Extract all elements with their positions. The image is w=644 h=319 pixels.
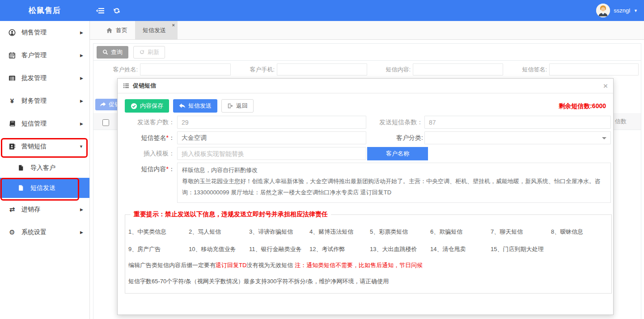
list-item: 13、大出血跳楼价 bbox=[370, 245, 430, 253]
tab-label: 短信发送 bbox=[143, 26, 166, 34]
refresh-icon bbox=[139, 49, 145, 55]
sidebar-item-marketing-sms[interactable]: 营销短信 ▼ bbox=[0, 135, 89, 158]
sms-signature-input[interactable] bbox=[549, 63, 639, 76]
sidebar-item-sms-send[interactable]: 短信发送 bbox=[0, 178, 89, 198]
customer-category-select[interactable] bbox=[424, 131, 611, 144]
sidebar-item-sales[interactable]: 销售管理 ▶ bbox=[0, 21, 89, 44]
sidebar-item-inventory[interactable]: ⇄ 进销存 ▶ bbox=[0, 198, 89, 221]
partial-column-header: 信数 bbox=[615, 118, 627, 126]
remaining-sms-count: 剩余短信数:6000 bbox=[559, 102, 606, 110]
notice-legend: 重要提示：禁止发送以下信息，违规发送立即封号并承担相应法律责任 bbox=[131, 210, 331, 218]
list-icon bbox=[123, 83, 129, 89]
send-customers-input[interactable] bbox=[177, 116, 366, 129]
content-label: 短信内容*： bbox=[118, 164, 175, 173]
query-button[interactable]: 查询 bbox=[97, 46, 128, 59]
sidebar-item-import-customers[interactable]: 导入客户 bbox=[0, 158, 89, 178]
refresh-button-label: 刷新 bbox=[148, 48, 159, 56]
sidebar-item-sms-manage[interactable]: 短信管理 ▶ bbox=[0, 112, 89, 135]
close-icon[interactable]: × bbox=[172, 22, 175, 28]
signature-input[interactable] bbox=[177, 131, 366, 144]
list-item: 4、赌博违法短信 bbox=[309, 228, 370, 236]
list-item: 7、聊天短信 bbox=[491, 228, 551, 236]
list-item: 6、欺骗短信 bbox=[430, 228, 491, 236]
sidebar-item-customers[interactable]: 客户管理 ▶ bbox=[0, 44, 89, 67]
user-menu[interactable]: sszngl ▼ bbox=[596, 4, 638, 17]
chevron-right-icon: ▶ bbox=[80, 30, 83, 35]
query-button-label: 查询 bbox=[111, 48, 123, 56]
close-icon[interactable]: × bbox=[603, 82, 608, 90]
chevron-down-icon: ▼ bbox=[79, 144, 83, 149]
refresh-button[interactable]: 刷新 bbox=[133, 46, 165, 59]
dialog-toolbar: 内容保存 短信发送 返回 bbox=[125, 99, 254, 113]
check-circle-icon bbox=[131, 103, 137, 109]
list-item: 3、诽谤诈骗短信 bbox=[249, 228, 309, 236]
select-all-checkbox[interactable] bbox=[102, 119, 109, 126]
book-icon bbox=[8, 120, 16, 127]
sidebar-item-settings[interactable]: ⚙ 系统设置 ▶ bbox=[0, 221, 89, 243]
sidebar-item-label: 进销存 bbox=[21, 206, 40, 214]
customer-name-input[interactable] bbox=[140, 63, 231, 76]
list-item: 14、清仓甩卖 bbox=[430, 245, 491, 253]
back-button-label: 返回 bbox=[236, 102, 248, 110]
notice-fieldset: 重要提示：禁止发送以下信息，违规发送立即封号并承担相应法律责任 1、中奖类信息 … bbox=[125, 210, 612, 294]
sidebar-toggle-icon[interactable] bbox=[96, 6, 106, 15]
customer-phone-input[interactable] bbox=[277, 63, 367, 76]
send-count-input[interactable] bbox=[424, 116, 611, 129]
list-item: 11、银行金融类业务 bbox=[249, 245, 309, 253]
notice-line-3: 编辑广告类短信内容后缀一定要有退订回复TD没有视为无效短信 注：通知类短信不需要… bbox=[125, 261, 611, 269]
refresh-icon[interactable] bbox=[112, 6, 122, 15]
sign-out-icon bbox=[227, 103, 233, 109]
sidebar-item-wholesale[interactable]: 批发管理 ▶ bbox=[0, 67, 89, 89]
chevron-right-icon: ▶ bbox=[80, 99, 83, 103]
sidebar-nav: 销售管理 ▶ 客户管理 ▶ 批发管理 ▶ ¥ 财务管理 ▶ bbox=[0, 21, 89, 243]
category-label: 客户分类: bbox=[352, 131, 423, 144]
save-content-button[interactable]: 内容保存 bbox=[125, 99, 169, 113]
field-label-sms-content: 短信内容: bbox=[368, 63, 411, 76]
sidebar-item-label: 营销短信 bbox=[21, 143, 47, 151]
sms-content-textarea[interactable]: 样版信息，内容自行斟酌修改 尊敬的玉兰花园业主您好！创造家人幸福新体验，大金空调… bbox=[177, 163, 611, 203]
sidebar-item-label: 短信管理 bbox=[21, 120, 47, 128]
dialog-header: 促销短信 × bbox=[118, 79, 613, 93]
tab-sms-send[interactable]: 短信发送 × bbox=[135, 21, 178, 39]
chevron-down-icon bbox=[602, 137, 606, 142]
notice-line-4: 短信字数65-70个字符/条（视网关字数情况）最多支持300字符不拆分/条，维护… bbox=[125, 277, 611, 285]
calendar-icon bbox=[8, 52, 16, 59]
list-item: 12、考试作弊 bbox=[309, 245, 370, 253]
promo-sms-dialog: 促销短信 × 内容保存 短信发送 bbox=[117, 78, 614, 315]
list-item: 9、房产广告 bbox=[128, 245, 189, 253]
sidebar-item-label: 系统设置 bbox=[21, 228, 47, 236]
sidebar-item-label: 短信发送 bbox=[30, 184, 55, 192]
send-count-label: 发送短信条数： bbox=[352, 116, 423, 129]
list-item: 8、暧昧信息 bbox=[551, 228, 611, 236]
list-item: 1、中奖类信息 bbox=[128, 228, 189, 236]
reply-arrow-icon bbox=[179, 103, 186, 109]
dialog-title: 促销短信 bbox=[133, 82, 156, 90]
forbidden-list-row-2: 9、房产广告 10、移动充值业务 11、银行金融类业务 12、考试作弊 13、大… bbox=[125, 245, 611, 253]
signature-label: 短信签名*： bbox=[118, 131, 175, 144]
forbidden-list-row-1: 1、中奖类信息 2、骂人短信 3、诽谤诈骗短信 4、赌博违法短信 5、彩票类短信… bbox=[125, 228, 611, 236]
topbar: sszngl ▼ bbox=[89, 0, 644, 21]
chevron-down-icon: ▼ bbox=[634, 8, 638, 13]
customer-name-button[interactable]: 客户名称 bbox=[367, 147, 428, 160]
app-window: 松鼠售后 销售管理 ▶ 客户管理 ▶ 批发管理 ▶ bbox=[0, 0, 644, 319]
sidebar-item-label: 批发管理 bbox=[21, 74, 47, 82]
chevron-right-icon: ▶ bbox=[80, 207, 83, 212]
username: sszngl bbox=[614, 7, 630, 14]
exchange-icon: ⇄ bbox=[8, 206, 16, 213]
yen-icon: ¥ bbox=[8, 97, 16, 104]
app-logo: 松鼠售后 bbox=[0, 0, 89, 21]
avatar bbox=[596, 4, 610, 17]
chevron-right-icon: ▶ bbox=[80, 76, 83, 80]
back-button[interactable]: 返回 bbox=[221, 99, 254, 113]
gear-icon: ⚙ bbox=[8, 229, 16, 235]
address-book-icon bbox=[8, 143, 16, 150]
forward-arrow-icon bbox=[100, 102, 106, 107]
sms-send-button[interactable]: 短信发送 bbox=[173, 99, 217, 113]
file-icon bbox=[17, 185, 25, 191]
dialog-body: 内容保存 短信发送 返回 剩余短信数:6000 发送客户数： bbox=[118, 94, 613, 315]
field-label-customer-name: 客户姓名: bbox=[94, 63, 138, 76]
tab-home[interactable]: 首页 bbox=[98, 21, 135, 39]
template-input[interactable] bbox=[177, 147, 366, 160]
sidebar-item-finance[interactable]: ¥ 财务管理 ▶ bbox=[0, 89, 89, 112]
sms-content-input[interactable] bbox=[413, 63, 503, 76]
